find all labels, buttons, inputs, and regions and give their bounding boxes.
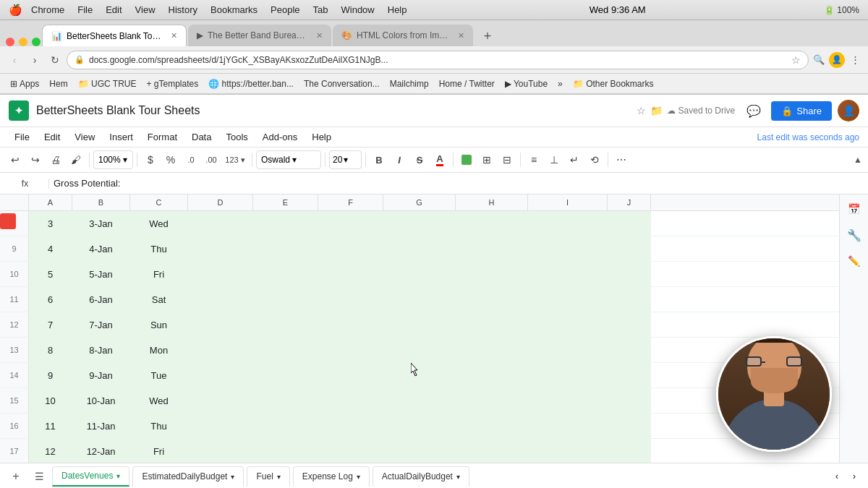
- new-tab-button[interactable]: +: [477, 26, 498, 46]
- bookmark-ugc[interactable]: 📁 UGC TRUE: [74, 77, 141, 90]
- cell-c-9[interactable]: Thu: [130, 236, 188, 261]
- cell-f-8[interactable]: [318, 211, 383, 236]
- cell-h-16[interactable]: [456, 414, 528, 438]
- redo-button[interactable]: ↪: [26, 150, 45, 169]
- close-window-button[interactable]: [6, 38, 14, 46]
- cell-i-13[interactable]: [528, 338, 608, 362]
- bookmark-gtemplates[interactable]: + gTemplates: [142, 77, 203, 90]
- bookmark-mailchimp[interactable]: Mailchimp: [386, 77, 433, 90]
- cell-j-10[interactable]: [608, 262, 651, 286]
- cell-i-10[interactable]: [528, 262, 608, 286]
- cell-c-12[interactable]: Sun: [130, 312, 188, 337]
- cell-g-14[interactable]: [383, 363, 456, 388]
- cell-j-11[interactable]: [608, 287, 651, 312]
- chrome-menu[interactable]: Chrome: [31, 4, 64, 15]
- comment-icon[interactable]: 💬: [742, 99, 765, 122]
- cell-d-13[interactable]: [188, 338, 253, 362]
- next-sheet-button[interactable]: ›: [846, 468, 862, 484]
- tab-actual-chevron[interactable]: ▾: [456, 473, 460, 481]
- cell-a-12[interactable]: 7: [29, 312, 72, 337]
- bold-button[interactable]: B: [370, 150, 388, 169]
- cell-j-17[interactable]: [608, 439, 651, 463]
- cell-j-8[interactable]: [608, 211, 651, 236]
- cell-b-17[interactable]: 12-Jan: [72, 439, 130, 463]
- cell-i-14[interactable]: [528, 363, 608, 388]
- cell-c-8[interactable]: Wed: [130, 211, 188, 236]
- forward-button[interactable]: ›: [26, 51, 43, 69]
- cell-f-17[interactable]: [318, 439, 383, 463]
- cell-g-16[interactable]: [383, 414, 456, 438]
- address-bar[interactable]: 🔒 docs.google.com/spreadsheets/d/1jYGcK_…: [67, 51, 809, 69]
- cell-f-10[interactable]: [318, 262, 383, 286]
- cell-h-17[interactable]: [456, 439, 528, 463]
- cell-c-14[interactable]: Tue: [130, 363, 188, 388]
- bookmarks-menu[interactable]: Bookmarks: [210, 4, 258, 15]
- cell-b-16[interactable]: 11-Jan: [72, 414, 130, 438]
- col-header-d[interactable]: D: [188, 194, 253, 210]
- cell-a-15[interactable]: 10: [29, 388, 72, 413]
- menu-file[interactable]: File: [9, 129, 35, 145]
- cell-e-13[interactable]: [253, 338, 318, 362]
- browser-tab-1[interactable]: 📊 BetterSheets Blank Tour Shee... ✕: [42, 25, 187, 46]
- cell-e-8[interactable]: [253, 211, 318, 236]
- cell-b-9[interactable]: 4-Jan: [72, 236, 130, 261]
- percent-button[interactable]: %: [161, 150, 180, 169]
- more-toolbar-button[interactable]: ⋯: [612, 150, 631, 169]
- cell-i-16[interactable]: [528, 414, 608, 438]
- menu-tools[interactable]: Tools: [220, 129, 253, 145]
- text-color-button[interactable]: A: [430, 150, 449, 169]
- tab3-close[interactable]: ✕: [458, 31, 464, 40]
- cell-d-14[interactable]: [188, 363, 253, 388]
- bookmark-better[interactable]: 🌐 https://better.ban...: [204, 77, 298, 90]
- valign-button[interactable]: ⊥: [545, 150, 563, 169]
- print-button[interactable]: 🖨: [46, 150, 65, 169]
- apple-icon[interactable]: 🍎: [9, 4, 22, 17]
- cell-j-9[interactable]: [608, 236, 651, 261]
- cell-d-10[interactable]: [188, 262, 253, 286]
- sheet-tab-actual[interactable]: ActualDailyBudget ▾: [373, 466, 469, 487]
- cell-h-14[interactable]: [456, 363, 528, 388]
- cell-e-16[interactable]: [253, 414, 318, 438]
- more-options-button[interactable]: ⋮: [848, 53, 862, 67]
- tab-dates-chevron[interactable]: ▾: [116, 472, 120, 480]
- fill-color-button[interactable]: [457, 150, 476, 169]
- add-sheet-button[interactable]: +: [6, 466, 26, 487]
- view-menu-os[interactable]: View: [135, 4, 156, 15]
- cell-b-11[interactable]: 6-Jan: [72, 287, 130, 312]
- menu-insert[interactable]: Insert: [103, 129, 139, 145]
- sidebar-pencil-icon[interactable]: ✏️: [843, 249, 866, 273]
- italic-button[interactable]: I: [390, 150, 409, 169]
- cell-i-8[interactable]: [528, 211, 608, 236]
- cell-f-15[interactable]: [318, 388, 383, 413]
- fullscreen-window-button[interactable]: [32, 38, 41, 46]
- col-header-g[interactable]: G: [383, 194, 456, 210]
- cell-h-10[interactable]: [456, 262, 528, 286]
- browser-tab-2[interactable]: ▶ The Better Band Bureau Podc... ✕: [188, 25, 331, 46]
- bookmark-twitter[interactable]: Home / Twitter: [435, 77, 499, 90]
- user-avatar[interactable]: 👤: [838, 100, 859, 121]
- cell-f-9[interactable]: [318, 236, 383, 261]
- cell-j-12[interactable]: [608, 312, 651, 337]
- cell-g-12[interactable]: [383, 312, 456, 337]
- cell-j-15[interactable]: [608, 388, 651, 413]
- sidebar-calendar-icon[interactable]: 📅: [843, 197, 866, 221]
- cell-c-10[interactable]: Fri: [130, 262, 188, 286]
- cell-i-11[interactable]: [528, 287, 608, 312]
- cell-i-17[interactable]: [528, 439, 608, 463]
- cell-e-17[interactable]: [253, 439, 318, 463]
- font-selector[interactable]: Oswald ▾: [256, 150, 321, 169]
- col-header-j[interactable]: J: [608, 194, 651, 210]
- sheet-tab-expense[interactable]: Expense Log ▾: [293, 466, 370, 487]
- cell-a-10[interactable]: 5: [29, 262, 72, 286]
- star-icon[interactable]: ☆: [637, 105, 646, 116]
- cell-a-16[interactable]: 11: [29, 414, 72, 438]
- history-menu[interactable]: History: [169, 4, 197, 15]
- cell-j-14[interactable]: [608, 363, 651, 388]
- cell-h-15[interactable]: [456, 388, 528, 413]
- cell-b-13[interactable]: 8-Jan: [72, 338, 130, 362]
- prev-sheet-button[interactable]: ‹: [829, 468, 845, 484]
- browser-tab-3[interactable]: 🎨 HTML Colors from Image ✕: [333, 25, 473, 46]
- col-header-e[interactable]: E: [253, 194, 318, 210]
- cell-a-9[interactable]: 4: [29, 236, 72, 261]
- edit-menu-os[interactable]: Edit: [106, 4, 122, 15]
